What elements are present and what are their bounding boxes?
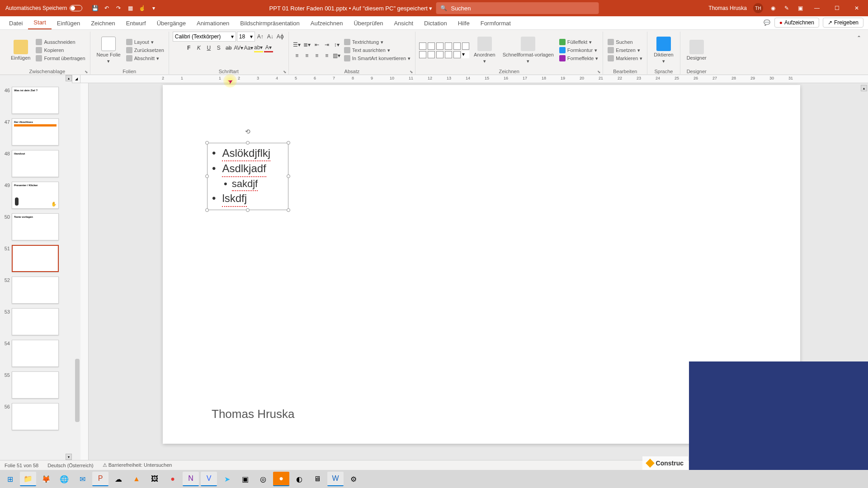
section-button[interactable]: Abschnitt ▾ <box>125 55 165 62</box>
italic-button[interactable]: K <box>194 43 203 52</box>
thumbnail[interactable]: 51 <box>2 245 79 272</box>
language-status[interactable]: Deutsch (Österreich) <box>47 463 93 468</box>
app-icon[interactable]: 🖼 <box>146 472 163 486</box>
undo-icon[interactable]: ↶ <box>103 5 110 12</box>
fill-button[interactable]: Fülleffekt ▾ <box>558 38 599 46</box>
thumbnail[interactable]: 50Texte vorlegen <box>2 213 79 240</box>
thumb-scroll-down[interactable]: ▾ <box>66 454 72 460</box>
spacing-button[interactable]: AV▾ <box>234 43 243 52</box>
resize-handle[interactable] <box>246 141 250 145</box>
save-icon[interactable]: 💾 <box>91 5 99 12</box>
minimize-button[interactable]: — <box>810 0 824 16</box>
resize-handle[interactable] <box>246 208 250 212</box>
thumb-slide[interactable] <box>12 308 59 335</box>
reset-button[interactable]: Zurücksetzen <box>125 47 165 54</box>
resize-handle[interactable] <box>205 141 209 145</box>
username[interactable]: Thomas Hruska <box>708 5 747 11</box>
vlc-icon[interactable]: ▲ <box>128 472 145 486</box>
firefox-icon[interactable]: 🦊 <box>38 472 54 486</box>
replace-button[interactable]: Ersetzen ▾ <box>607 47 643 54</box>
shrink-font-button[interactable]: A↓ <box>266 32 275 41</box>
resize-handle[interactable] <box>205 208 209 212</box>
layout-button[interactable]: Layout ▾ <box>125 38 165 46</box>
underline-button[interactable]: U <box>204 43 213 52</box>
thumb-slide[interactable]: Der Abschluss <box>12 118 59 145</box>
smartart-button[interactable]: In SmartArt konvertieren ▾ <box>343 55 411 62</box>
numbering-button[interactable]: ≣▾ <box>302 40 311 49</box>
copy-button[interactable]: Kopieren <box>35 47 86 54</box>
launcher-icon[interactable]: ⬊ <box>85 70 88 74</box>
comments-icon[interactable]: 💬 <box>764 19 771 26</box>
quickstyles-button[interactable]: Schnellformat-vorlagen ▾ <box>500 35 557 66</box>
record-button[interactable]: ●Aufzeichnen <box>774 18 819 28</box>
columns-button[interactable]: ▥▾ <box>332 51 341 60</box>
highlight-button[interactable]: ab▾ <box>254 43 263 52</box>
rotate-handle-icon[interactable]: ⟲ <box>245 128 250 135</box>
bullet-line[interactable]: •sakdjf <box>212 177 283 192</box>
tab-zeichnen[interactable]: Zeichnen <box>85 17 120 29</box>
text-direction-button[interactable]: Textrichtung ▾ <box>343 38 411 46</box>
clear-format-button[interactable]: Aϕ <box>276 32 285 41</box>
text-placeholder[interactable]: ⟲ •Aslökdjflkj •Asdlkjadf •sakdjf •lskdf… <box>207 143 288 210</box>
resize-handle[interactable] <box>287 141 290 145</box>
bold-button[interactable]: F <box>184 43 193 52</box>
outline-button[interactable]: Formkontur ▾ <box>558 47 599 54</box>
filename[interactable]: PPT 01 Roter Faden 001.pptx • Auf "diese… <box>269 5 433 12</box>
window-icon[interactable]: ▣ <box>797 5 804 12</box>
thumb-slide[interactable] <box>12 403 59 430</box>
chrome-icon[interactable]: 🌐 <box>56 472 72 486</box>
thumbnail[interactable]: 49Presenter / Klicker✋ <box>2 182 79 209</box>
thumb-slide[interactable] <box>12 245 59 272</box>
bullet-line[interactable]: •Asdlkjadf <box>212 161 283 177</box>
outlook-icon[interactable]: ✉ <box>74 472 90 486</box>
visio-icon[interactable]: V <box>201 472 217 486</box>
font-size-select[interactable]: 18▾ <box>237 32 255 42</box>
tab-datei[interactable]: Datei <box>4 17 28 29</box>
thumb-slide[interactable]: Texte vorlegen <box>12 213 59 240</box>
app-icon[interactable]: ▣ <box>237 472 253 486</box>
telegram-icon[interactable]: ➤ <box>219 472 235 486</box>
select-button[interactable]: Markieren ▾ <box>607 55 643 62</box>
horizontal-ruler[interactable]: ➤ 21123456789101112131415161718192021222… <box>80 75 868 83</box>
start-button[interactable]: ⊞ <box>2 472 18 486</box>
explorer-icon[interactable]: 📁 <box>20 472 36 486</box>
thumb-slide[interactable]: Presenter / Klicker✋ <box>12 182 59 209</box>
search-input[interactable] <box>451 5 594 12</box>
thumb-slide[interactable]: Was ist dein Ziel ? <box>12 87 59 114</box>
tab-animationen[interactable]: Animationen <box>191 17 235 29</box>
vertical-ruler[interactable] <box>80 83 89 460</box>
thumb-scroll-up[interactable]: ▴ <box>66 75 72 81</box>
search-box[interactable]: 🔍 <box>436 2 599 14</box>
shadow-button[interactable]: S <box>214 43 223 52</box>
qat-more-icon[interactable]: ▾ <box>150 5 157 12</box>
resize-handle[interactable] <box>287 174 290 178</box>
shapes-gallery[interactable]: ▾ <box>419 42 469 58</box>
paste-button[interactable]: Einfügen <box>8 38 33 62</box>
launcher-icon[interactable]: ⬊ <box>283 70 287 74</box>
app-icon[interactable]: ◎ <box>255 472 271 486</box>
avatar[interactable]: TH <box>753 3 763 13</box>
new-slide-button[interactable]: Neue Folie ▾ <box>94 35 123 66</box>
tab-formformat[interactable]: Formformat <box>475 17 516 29</box>
autosave-toggle[interactable]: Automatisches Speichern <box>5 5 82 11</box>
tab-ansicht[interactable]: Ansicht <box>388 17 419 29</box>
tab-überprüfen[interactable]: Überprüfen <box>348 17 388 29</box>
effects-button[interactable]: Formeffekte ▾ <box>558 55 599 62</box>
tab-übergänge[interactable]: Übergänge <box>151 17 191 29</box>
outdent-button[interactable]: ⇤ <box>312 40 321 49</box>
tab-start[interactable]: Start <box>28 16 51 29</box>
app-icon[interactable]: ☁ <box>110 472 127 486</box>
thumb-slide[interactable] <box>12 340 59 367</box>
slide-counter[interactable]: Folie 51 von 58 <box>5 463 38 468</box>
app-icon[interactable]: ● <box>273 472 289 486</box>
resize-handle[interactable] <box>205 174 209 178</box>
touch-icon[interactable]: ☝ <box>138 5 146 12</box>
app-icon[interactable]: ● <box>165 472 181 486</box>
bullet-line[interactable]: •lskdfj <box>212 191 283 206</box>
cloud-icon[interactable]: ◉ <box>769 5 777 12</box>
align-right-button[interactable]: ≡ <box>312 51 321 60</box>
thumb-slide[interactable]: Handout <box>12 150 59 177</box>
word-icon[interactable]: W <box>327 472 344 486</box>
font-color-button[interactable]: A▾ <box>264 43 273 52</box>
thumbnail[interactable]: 56 <box>2 403 79 430</box>
